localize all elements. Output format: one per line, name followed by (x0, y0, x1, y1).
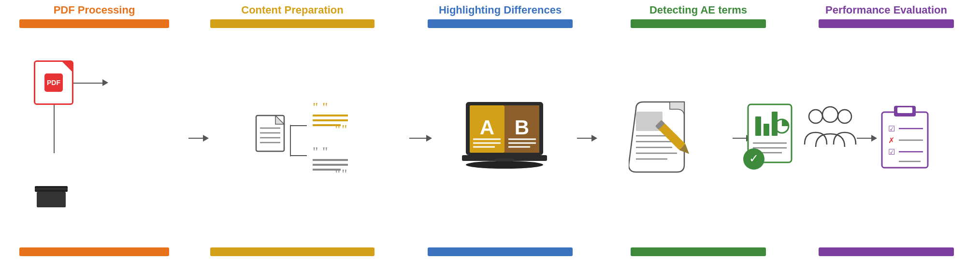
svg-text:B: B (515, 116, 529, 139)
svg-rect-3 (37, 192, 66, 207)
section-title-pdf: PDF Processing (54, 4, 135, 16)
clipboard-checklist-icon: ☑ ✗ ☑ (879, 103, 930, 171)
arrow-perf-internal (857, 135, 877, 142)
svg-text:": " (342, 122, 347, 134)
arrow-highlight-to-ae (577, 135, 597, 142)
svg-text:": " (313, 145, 318, 159)
svg-text:☑: ☑ (888, 148, 895, 156)
svg-point-60 (809, 110, 822, 123)
document-icon (255, 115, 285, 152)
pdf-processing-content: PDF (10, 46, 193, 240)
svg-text:": " (335, 122, 340, 134)
svg-text:✓: ✓ (749, 152, 759, 165)
section-header-ae: Detecting AE terms (604, 0, 793, 43)
top-bar-perf (819, 19, 954, 28)
top-bar-ae (631, 19, 766, 28)
svg-text:": " (322, 145, 328, 159)
section-title-perf: Performance Evaluation (825, 4, 947, 16)
performance-content: ✓ (754, 46, 919, 240)
svg-text:": " (313, 101, 318, 115)
svg-text:☑: ☑ (888, 125, 895, 133)
svg-text:A: A (480, 116, 494, 139)
top-bar-content (210, 19, 375, 28)
svg-rect-65 (897, 107, 912, 113)
top-bar-pdf (19, 19, 169, 28)
bottom-bar-perf (793, 247, 980, 260)
section-header-perf: Performance Evaluation (793, 0, 980, 43)
svg-rect-51 (755, 116, 761, 136)
svg-rect-52 (764, 124, 769, 136)
section-header-highlight: Highlighting Differences (396, 0, 604, 43)
top-bar-highlight (428, 19, 573, 28)
svg-point-38 (466, 161, 543, 169)
svg-point-61 (838, 110, 851, 123)
arrow-content-to-highlight (409, 135, 432, 142)
highlighting-content: A B (434, 46, 575, 240)
archive-box-icon (34, 182, 69, 213)
ab-comparison-icon: A B (461, 100, 548, 174)
section-title-content: Content Preparation (241, 4, 343, 16)
svg-point-62 (822, 107, 838, 122)
quote-icon-lower: " " " " (312, 145, 350, 180)
bottom-bar-ae (604, 247, 793, 260)
bottom-bar-content (188, 247, 396, 260)
ae-terms-content (600, 46, 730, 240)
people-group-icon (804, 106, 857, 154)
section-header-pdf: PDF Processing (0, 0, 188, 43)
content-preparation-content: " " " " " " (204, 46, 407, 240)
svg-text:": " (322, 101, 328, 115)
svg-text:✗: ✗ (888, 136, 894, 144)
pipeline-diagram: PDF Processing Content Preparation Highl… (0, 0, 980, 260)
section-title-ae: Detecting AE terms (649, 4, 747, 16)
green-check-doc-icon: ✓ (743, 102, 801, 172)
acrobat-logo-icon: PDF (43, 72, 65, 94)
bottom-bar-pdf (0, 247, 188, 260)
section-header-content: Content Preparation (188, 0, 396, 43)
svg-text:": " (342, 166, 347, 178)
svg-text:PDF: PDF (47, 79, 60, 87)
bottom-bar-highlight (396, 247, 604, 260)
ae-document-icon (629, 100, 701, 174)
quote-icon-upper: " " " " (312, 101, 350, 136)
svg-rect-53 (772, 112, 778, 136)
svg-rect-39 (495, 159, 514, 161)
pdf-icon: PDF (34, 60, 73, 105)
section-title-highlight: Highlighting Differences (439, 4, 562, 16)
svg-text:": " (335, 166, 340, 178)
